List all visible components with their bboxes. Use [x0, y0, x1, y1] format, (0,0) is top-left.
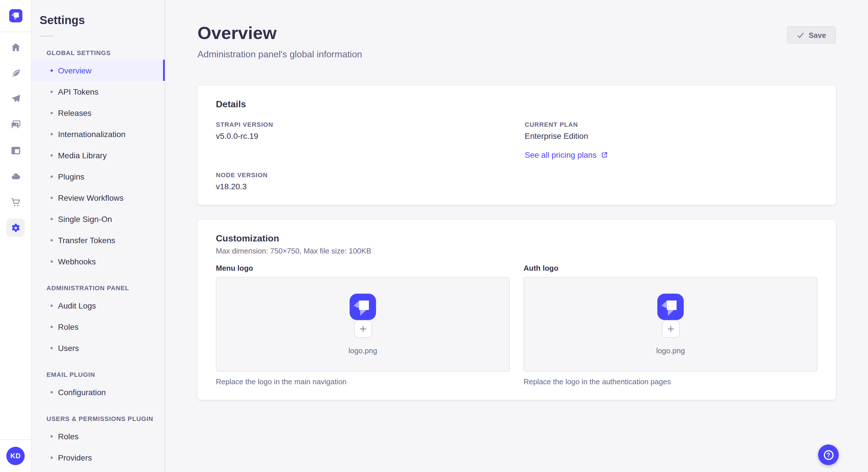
- page-header: Overview Administration panel's global i…: [197, 23, 836, 59]
- menu-logo-filename: logo.png: [348, 346, 377, 355]
- subnav-item-label: Roles: [58, 432, 79, 441]
- subnav-item-providers[interactable]: Providers: [32, 447, 165, 468]
- page-title-block: Overview Administration panel's global i…: [197, 23, 362, 59]
- auth-logo-label: Auth logo: [524, 264, 817, 272]
- subnav-item-plugins[interactable]: Plugins: [32, 166, 165, 187]
- menu-logo-caption: Replace the logo in the main navigation: [216, 377, 510, 386]
- subnav-item-api-tokens[interactable]: API Tokens: [32, 81, 165, 102]
- subnav-title: Settings: [40, 14, 156, 27]
- bullet-icon: [51, 239, 53, 241]
- strapi-logo-preview: [350, 293, 376, 320]
- subnav-item-label: Overview: [58, 66, 92, 75]
- pricing-plans-link-label: See all pricing plans: [525, 150, 597, 159]
- rail-item-home[interactable]: [6, 38, 25, 56]
- menu-logo-dropzone[interactable]: logo.png: [216, 277, 510, 371]
- bullet-icon: [51, 154, 53, 156]
- add-menu-logo-button[interactable]: [354, 320, 372, 338]
- bullet-icon: [51, 391, 53, 393]
- subnav-section: GLOBAL SETTINGSOverviewAPI TokensRelease…: [32, 49, 165, 272]
- subnav-item-roles[interactable]: Roles: [32, 426, 165, 447]
- subnav-section: EMAIL PLUGINConfiguration: [32, 371, 165, 403]
- subnav-item-label: Audit Logs: [58, 301, 96, 310]
- rail-item-layout[interactable]: [6, 141, 25, 160]
- subnav-header: Settings: [32, 0, 165, 37]
- subnav-item-list: OverviewAPI TokensReleasesInternationali…: [32, 60, 165, 272]
- bullet-icon: [51, 196, 53, 199]
- menu-logo-upload: Menu logo logo.png Replace the logo in t…: [216, 264, 510, 386]
- subnav-item-label: Review Workflows: [58, 193, 123, 202]
- page-title: Overview: [197, 23, 362, 43]
- layout-icon: [10, 145, 21, 156]
- rail-item-cart[interactable]: [6, 193, 25, 211]
- bullet-icon: [51, 260, 53, 262]
- subnav-section-label: ADMINISTRATION PANEL: [32, 284, 165, 291]
- avatar[interactable]: KD: [6, 447, 25, 465]
- field-value: Enterprise Edition: [525, 131, 817, 140]
- save-button[interactable]: Save: [787, 26, 836, 43]
- add-auth-logo-button[interactable]: [662, 320, 679, 338]
- field-label: NODE VERSION: [216, 171, 508, 178]
- subnav-sections: GLOBAL SETTINGSOverviewAPI TokensRelease…: [32, 49, 165, 468]
- strapi-logo-icon[interactable]: [9, 9, 22, 22]
- subnav-item-list: RolesProviders: [32, 426, 165, 468]
- subnav-item-label: Roles: [58, 322, 79, 331]
- rail-item-cloud[interactable]: [6, 167, 25, 185]
- details-fields: STRAPI VERSION v5.0.0-rc.19 NODE VERSION…: [216, 121, 817, 191]
- subnav-item-label: Configuration: [58, 387, 106, 397]
- customization-card-title: Customization: [216, 233, 817, 243]
- subnav-item-label: API Tokens: [58, 87, 98, 96]
- rail-item-paper-plane[interactable]: [6, 90, 25, 108]
- field-label: CURRENT PLAN: [525, 121, 817, 128]
- subnav-item-label: Users: [58, 343, 79, 352]
- subnav-item-label: Internationalization: [58, 129, 125, 138]
- strapi-version-field: STRAPI VERSION v5.0.0-rc.19: [216, 121, 508, 140]
- bullet-icon: [51, 111, 53, 114]
- subnav-item-label: Releases: [58, 108, 92, 117]
- subnav-item-media-library[interactable]: Media Library: [32, 144, 165, 166]
- field-label: STRAPI VERSION: [216, 121, 508, 128]
- subnav-section-label: GLOBAL SETTINGS: [32, 49, 165, 56]
- subnav-item-list: Audit LogsRolesUsers: [32, 295, 165, 359]
- subnav-item-label: Single Sign-On: [58, 214, 112, 224]
- bullet-icon: [51, 326, 53, 328]
- cart-icon: [10, 196, 21, 207]
- details-card: Details STRAPI VERSION v5.0.0-rc.19 NODE…: [197, 85, 836, 204]
- subnav-item-users[interactable]: Users: [32, 337, 165, 359]
- subnav-item-label: Plugins: [58, 172, 84, 181]
- rail-item-feather[interactable]: [6, 64, 25, 82]
- pricing-plans-link[interactable]: See all pricing plans: [525, 150, 608, 159]
- subnav-item-roles[interactable]: Roles: [32, 316, 165, 337]
- strapi-admin-app: KD Settings GLOBAL SETTINGSOverviewAPI T…: [0, 0, 868, 472]
- settings-subnav: Settings GLOBAL SETTINGSOverviewAPI Toke…: [32, 0, 165, 472]
- rail-item-gear[interactable]: [6, 218, 25, 237]
- details-card-title: Details: [216, 99, 817, 109]
- help-button[interactable]: ?: [818, 444, 839, 465]
- subnav-item-configuration[interactable]: Configuration: [32, 381, 165, 403]
- home-icon: [10, 42, 21, 53]
- external-link-icon: [601, 151, 608, 158]
- feather-icon: [10, 67, 21, 78]
- subnav-item-review-workflows[interactable]: Review Workflows: [32, 187, 165, 208]
- bullet-icon: [51, 456, 53, 459]
- subnav-item-single-sign-on[interactable]: Single Sign-On: [32, 208, 165, 229]
- subnav-item-transfer-tokens[interactable]: Transfer Tokens: [32, 229, 165, 250]
- field-value: v18.20.3: [216, 181, 508, 191]
- subnav-item-label: Webhooks: [58, 257, 96, 266]
- page-subtitle: Administration panel's global informatio…: [197, 49, 362, 59]
- save-button-label: Save: [809, 31, 826, 39]
- bullet-icon: [51, 304, 53, 307]
- subnav-item-internationalization[interactable]: Internationalization: [32, 123, 165, 144]
- subnav-item-overview[interactable]: Overview: [32, 60, 165, 81]
- rail-item-media[interactable]: [6, 115, 25, 134]
- media-icon: [10, 119, 21, 130]
- gear-icon: [10, 222, 21, 233]
- subnav-item-audit-logs[interactable]: Audit Logs: [32, 295, 165, 316]
- auth-logo-dropzone[interactable]: logo.png: [524, 277, 817, 371]
- subnav-item-webhooks[interactable]: Webhooks: [32, 250, 165, 272]
- bullet-icon: [51, 217, 53, 220]
- nav-rail: KD: [0, 0, 32, 472]
- strapi-logo-preview: [657, 293, 684, 320]
- details-left-column: STRAPI VERSION v5.0.0-rc.19 NODE VERSION…: [216, 121, 508, 191]
- subnav-item-releases[interactable]: Releases: [32, 102, 165, 123]
- rail-footer: KD: [0, 439, 31, 472]
